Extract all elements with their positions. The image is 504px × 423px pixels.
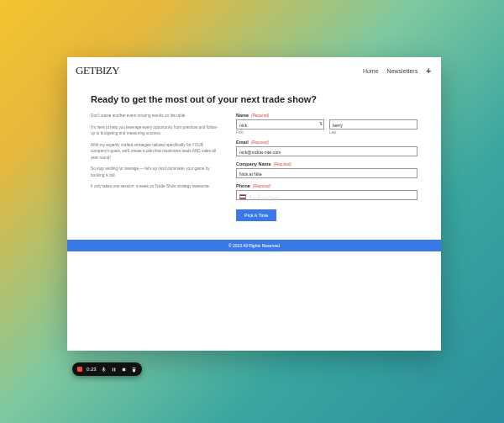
copy-p1: Don't waste another event missing result…: [91, 113, 221, 119]
nav-newsletters[interactable]: Newsletters: [387, 68, 418, 74]
required-tag: (Required): [274, 162, 291, 167]
email-label: Email: [236, 140, 249, 145]
required-tag: (Required): [251, 140, 269, 145]
name-label: Name: [236, 113, 249, 118]
top-nav: Home Newsletters +: [363, 66, 431, 76]
phone-label: Phone: [236, 183, 250, 188]
footer: © 2023 All Rights Reserved: [67, 240, 441, 251]
stepper-icon[interactable]: ⇅: [319, 121, 323, 126]
required-tag: (Required): [251, 114, 269, 118]
stop-icon[interactable]: [121, 367, 127, 373]
phone-value: (___) ___-____: [249, 193, 279, 198]
nav-home[interactable]: Home: [363, 68, 379, 74]
page-title: Ready to get the most out of your next t…: [91, 94, 417, 104]
delete-icon[interactable]: [131, 367, 137, 373]
company-label: Company Name: [236, 161, 271, 167]
microphone-icon[interactable]: [101, 367, 107, 373]
first-sublabel: First: [236, 130, 324, 135]
first-name-input[interactable]: nick: [236, 119, 324, 130]
recording-toolbar: 0:23: [72, 362, 142, 376]
form-column: Name (Required) nick ⇅ First: [236, 113, 417, 221]
main-content: Ready to get the most out of your next t…: [67, 81, 441, 233]
submit-button[interactable]: Pick A Time: [236, 209, 276, 221]
copy-column: Don't waste another event missing result…: [91, 113, 221, 221]
logo: GETBIZY: [76, 64, 119, 77]
nav-plus-icon[interactable]: +: [426, 66, 431, 76]
page-whitespace: [67, 251, 441, 351]
pause-icon[interactable]: [111, 367, 117, 373]
copy-p2: I'm here to help you leverage every oppo…: [91, 124, 221, 137]
flag-icon: [239, 194, 246, 199]
phone-field-group: Phone (Required) (___) ___-____: [236, 183, 417, 200]
browser-window: GETBIZY Home Newsletters + Ready to get …: [67, 57, 441, 351]
recording-time: 0:23: [87, 367, 97, 372]
last-name-input[interactable]: berry: [329, 119, 417, 130]
copy-p5: It only takes one session: a week on Tra…: [91, 183, 221, 190]
email-input[interactable]: nick@nickat-nite.com: [236, 146, 417, 156]
last-sublabel: Last: [329, 130, 417, 135]
company-input[interactable]: Nick at Nite: [236, 168, 417, 178]
copy-p3: With my expertly crafted strategies tail…: [91, 142, 221, 161]
name-field: Name (Required) nick ⇅ First: [236, 113, 417, 135]
site-header: GETBIZY Home Newsletters +: [67, 57, 441, 81]
company-field-group: Company Name (Required) Nick at Nite: [236, 161, 417, 178]
phone-input[interactable]: (___) ___-____: [236, 190, 417, 200]
record-icon[interactable]: [77, 367, 82, 372]
email-field-group: Email (Required) nick@nickat-nite.com: [236, 140, 417, 156]
copy-p4: So stop settling for average — let's up …: [91, 166, 221, 178]
required-tag: (Required): [253, 184, 270, 188]
